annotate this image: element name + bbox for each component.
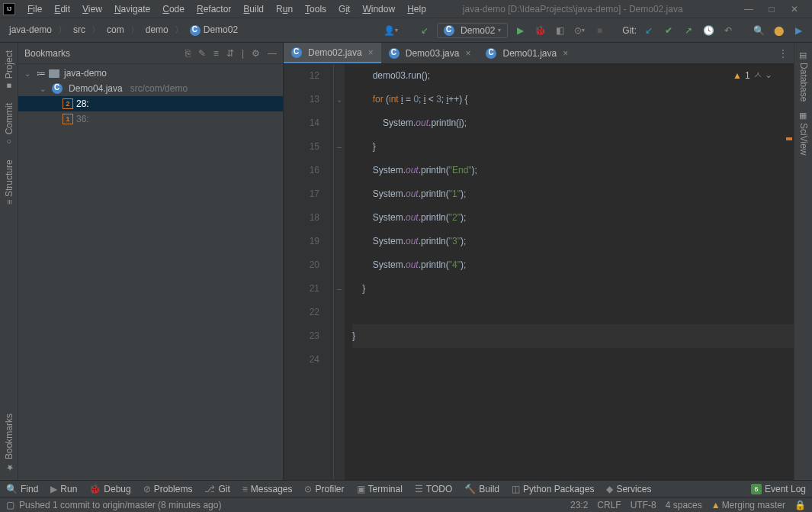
profiler-tab[interactable]: ⊙Profiler bbox=[304, 484, 344, 494]
debug-tab[interactable]: 🐞Debug bbox=[89, 484, 130, 494]
file-encoding[interactable]: UTF-8 bbox=[631, 500, 656, 510]
git-commit-icon[interactable]: ✔ bbox=[661, 23, 676, 38]
editor-tab-demo02[interactable]: Demo02.java × bbox=[284, 43, 381, 63]
crumb-src[interactable]: src bbox=[70, 23, 88, 37]
git-history-icon[interactable]: 🕓 bbox=[701, 23, 716, 38]
run-config-selector[interactable]: Demo02 ▾ bbox=[437, 23, 508, 38]
new-list-icon[interactable]: ⎘ bbox=[185, 48, 191, 59]
line-separator[interactable]: CRLF bbox=[597, 500, 621, 510]
class-icon bbox=[291, 47, 302, 58]
git-push-icon[interactable]: ↗ bbox=[681, 23, 696, 38]
tree-file[interactable]: ⌄ Demo04.java src/com/demo bbox=[18, 81, 283, 96]
class-icon bbox=[486, 48, 496, 59]
sciview-toolwindow-tab[interactable]: ▦ SciView bbox=[798, 106, 809, 160]
menu-window[interactable]: Window bbox=[356, 2, 401, 16]
error-stripe-mark[interactable] bbox=[786, 137, 792, 140]
database-toolwindow-tab[interactable]: ▤ Database bbox=[798, 46, 809, 106]
build-tab[interactable]: 🔨Build bbox=[464, 484, 499, 494]
menu-navigate[interactable]: Navigate bbox=[108, 2, 156, 16]
bookmarks-tree[interactable]: ⌄≔ java-demo ⌄ Demo04.java src/com/demo … bbox=[18, 64, 283, 480]
run-button[interactable]: ▶ bbox=[512, 23, 528, 38]
hide-icon[interactable]: — bbox=[268, 48, 277, 59]
menu-refactor[interactable]: Refactor bbox=[191, 2, 237, 16]
menu-run[interactable]: Run bbox=[270, 2, 299, 16]
minimize-button[interactable]: — bbox=[743, 4, 754, 14]
breadcrumb: java-demo〉 src〉 com〉 demo〉 Demo02 bbox=[6, 23, 241, 37]
todo-tab[interactable]: ☰TODO bbox=[415, 484, 452, 494]
git-branch-widget[interactable]: ▲Merging master bbox=[711, 500, 785, 510]
bottom-tool-tabs: 🔍Find ▶Run 🐞Debug ⊘Problems ⎇Git ≡Messag… bbox=[0, 480, 812, 497]
class-icon bbox=[444, 25, 454, 36]
run-tab[interactable]: ▶Run bbox=[50, 484, 77, 494]
tab-label: Demo02.java bbox=[308, 47, 362, 58]
lock-icon[interactable]: 🔒 bbox=[794, 500, 806, 510]
coverage-button[interactable]: ◧ bbox=[552, 23, 567, 38]
tree-root[interactable]: ⌄≔ java-demo bbox=[18, 66, 283, 81]
code-content[interactable]: demo03.run(); for (int i = 0; i < 3; i++… bbox=[345, 64, 794, 480]
menu-edit[interactable]: Edit bbox=[48, 2, 76, 16]
profile-button[interactable]: ⊙▾ bbox=[572, 23, 587, 38]
event-log-tab[interactable]: 6Event Log bbox=[751, 484, 806, 494]
class-icon bbox=[52, 83, 63, 94]
tab-close-icon[interactable]: × bbox=[563, 48, 568, 59]
search-everywhere-icon[interactable]: 🔍 bbox=[751, 23, 766, 38]
commit-toolwindow-tab[interactable]: ○ Commit bbox=[4, 98, 14, 151]
menu-help[interactable]: Help bbox=[401, 2, 432, 16]
delete-icon[interactable]: ≡ bbox=[213, 48, 219, 59]
services-tab[interactable]: ◆Services bbox=[606, 484, 651, 494]
find-tab[interactable]: 🔍Find bbox=[6, 484, 38, 494]
stop-button[interactable]: ■ bbox=[592, 23, 607, 38]
maximize-button[interactable]: □ bbox=[766, 4, 777, 14]
inspection-widget[interactable]: ▲ 1 ㅅ ⌄ bbox=[733, 69, 772, 82]
bookmarks-panel: Bookmarks ⎘ ✎ ≡ ⇵ | ⚙ — ⌄≔ java-demo ⌄ D… bbox=[18, 43, 284, 480]
bookmarks-header: Bookmarks ⎘ ✎ ≡ ⇵ | ⚙ — bbox=[18, 43, 283, 64]
settings-gear-icon[interactable]: ⚙ bbox=[252, 48, 260, 59]
crumb-com[interactable]: com bbox=[104, 23, 127, 37]
app-logo-icon: IJ bbox=[3, 3, 15, 15]
line-gutter[interactable]: 12131415161718192021222324 bbox=[284, 64, 334, 480]
vcs-update-icon[interactable]: ↙ bbox=[417, 23, 432, 38]
git-label: Git: bbox=[622, 25, 637, 36]
bookmark-item[interactable]: 2 28: bbox=[18, 96, 283, 111]
crumb-project[interactable]: java-demo bbox=[6, 23, 55, 37]
indent-info[interactable]: 4 spaces bbox=[666, 500, 702, 510]
crumb-class[interactable]: Demo02 bbox=[187, 23, 241, 37]
code-editor[interactable]: 12131415161718192021222324 ⌄–– demo03.ru… bbox=[284, 64, 794, 480]
menu-build[interactable]: Build bbox=[237, 2, 270, 16]
close-button[interactable]: ✕ bbox=[789, 4, 800, 14]
bookmark-item[interactable]: 1 36: bbox=[18, 111, 283, 127]
folder-icon bbox=[49, 69, 59, 78]
menu-git[interactable]: Git bbox=[332, 2, 356, 16]
fold-gutter[interactable]: ⌄–– bbox=[334, 64, 345, 480]
bookmark-label: 36: bbox=[76, 114, 89, 124]
git-pull-icon[interactable]: ↙ bbox=[641, 23, 656, 38]
tab-close-icon[interactable]: × bbox=[368, 47, 374, 58]
project-toolwindow-tab[interactable]: ■ Project bbox=[4, 46, 14, 95]
git-tab[interactable]: ⎇Git bbox=[204, 484, 229, 494]
structure-toolwindow-tab[interactable]: ≡ Structure bbox=[4, 155, 14, 209]
menu-file[interactable]: File bbox=[21, 2, 48, 16]
debug-button[interactable]: 🐞 bbox=[532, 23, 547, 38]
move-down-icon[interactable]: ⇵ bbox=[226, 48, 234, 59]
editor-tab-demo03[interactable]: Demo03.java × bbox=[381, 43, 479, 63]
menu-tools[interactable]: Tools bbox=[299, 2, 332, 16]
editor-tab-demo01[interactable]: Demo01.java × bbox=[478, 43, 576, 63]
terminal-tab[interactable]: ▣Terminal bbox=[357, 484, 403, 494]
git-revert-icon[interactable]: ↶ bbox=[721, 23, 736, 38]
edit-icon[interactable]: ✎ bbox=[198, 48, 206, 59]
python-packages-tab[interactable]: ◫Python Packages bbox=[512, 484, 594, 494]
problems-tab[interactable]: ⊘Problems bbox=[143, 484, 193, 494]
caret-position[interactable]: 23:2 bbox=[570, 500, 588, 510]
user-icon[interactable]: 👤▾ bbox=[384, 23, 399, 38]
settings-icon[interactable]: ⬤ bbox=[771, 23, 786, 38]
bookmarks-toolwindow-tab[interactable]: ★ Bookmarks bbox=[4, 409, 14, 477]
tab-close-icon[interactable]: × bbox=[465, 48, 470, 59]
tab-more-icon[interactable]: ⋮ bbox=[772, 48, 794, 59]
menu-view[interactable]: View bbox=[76, 2, 108, 16]
window-title: java-demo [D:\IdeaProjects\java-demo] - … bbox=[463, 4, 683, 14]
toolwindow-quick-access-icon[interactable]: ▢ bbox=[6, 500, 14, 510]
crumb-demo[interactable]: demo bbox=[143, 23, 172, 37]
messages-tab[interactable]: ≡Messages bbox=[242, 484, 293, 494]
menu-code[interactable]: Code bbox=[156, 2, 191, 16]
ide-features-icon[interactable]: ▶ bbox=[791, 23, 806, 38]
